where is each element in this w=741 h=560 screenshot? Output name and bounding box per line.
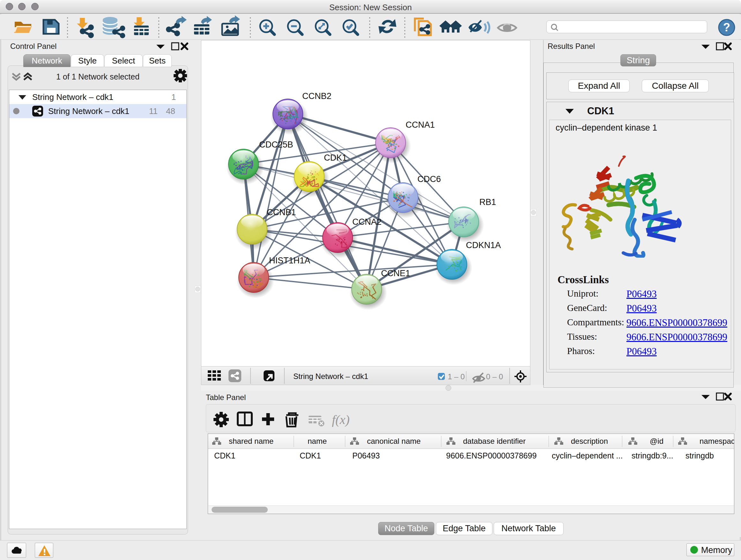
svg-text:CCNB2: CCNB2: [302, 91, 332, 101]
svg-text:CCNA2: CCNA2: [352, 217, 382, 227]
svg-text:CCNB1: CCNB1: [267, 207, 296, 217]
svg-text:f(x): f(x): [332, 413, 350, 427]
svg-text:CDC25B: CDC25B: [259, 140, 293, 149]
svg-text:CDK1: CDK1: [324, 153, 347, 163]
svg-text:HIST1H1A: HIST1H1A: [269, 256, 310, 265]
svg-text:CDC6: CDC6: [417, 174, 441, 184]
svg-text:CDKN1A: CDKN1A: [466, 240, 501, 250]
svg-text:CCNA1: CCNA1: [406, 120, 435, 130]
svg-text:RB1: RB1: [479, 197, 496, 207]
svg-text:?: ?: [723, 21, 730, 34]
svg-text:CCNE1: CCNE1: [381, 268, 410, 278]
